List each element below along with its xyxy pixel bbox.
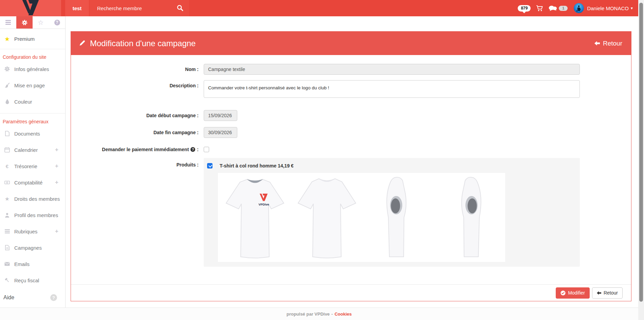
vpdive-logo-block[interactable]	[0, 0, 61, 16]
sidebar-item-label: Infos générales	[14, 66, 49, 72]
retour-button[interactable]: Retour	[592, 287, 623, 299]
member-search	[90, 0, 189, 16]
pencil-icon	[79, 39, 86, 48]
site-tab-test[interactable]: test	[65, 0, 89, 16]
sidebar-tab-bar: ☆ ?	[0, 16, 65, 29]
sidebar-item-tresorerie[interactable]: € Trésorerie +	[0, 158, 65, 174]
nom-label: Nom :	[71, 67, 204, 72]
top-bar: test 879	[0, 0, 638, 16]
tshirt-side-image	[452, 174, 487, 262]
nom-input[interactable]	[204, 64, 580, 75]
user-menu[interactable]: Daniele MONACO	[587, 5, 629, 11]
tab-help[interactable]: ?	[49, 16, 65, 29]
sidebar-item-infos-generales[interactable]: Infos générales	[0, 61, 65, 77]
campaign-form: Nom : Description : Commander votre t-sh…	[71, 55, 631, 284]
help-circle-icon: ?	[190, 147, 195, 152]
gear-icon	[22, 20, 27, 25]
question-icon: ?	[54, 20, 60, 25]
paintbrush-icon	[4, 83, 10, 88]
gear-icon	[4, 66, 10, 72]
footer-separator: -	[331, 312, 333, 317]
sidebar-item-rubriques[interactable]: Rubriques +	[0, 223, 65, 239]
modifier-button[interactable]: Modifier	[556, 287, 590, 299]
vertical-scrollbar	[638, 0, 644, 320]
sidebar-item-campagnes[interactable]: Campagnes	[0, 239, 65, 256]
search-icon[interactable]	[177, 4, 184, 13]
paiement-label-text: Demander le paiement immédiatement	[102, 147, 189, 152]
expand-plus-icon[interactable]: +	[55, 146, 58, 153]
help-icon[interactable]: ?	[50, 294, 57, 301]
produits-label: Produits :	[71, 158, 204, 168]
vpdive-logo-icon	[21, 0, 40, 17]
messages-count: 1	[562, 6, 564, 10]
chat-icon[interactable]	[549, 5, 557, 11]
sidebar-item-label: Documents	[14, 131, 40, 137]
product-logo-text: VPDive	[258, 203, 269, 206]
sidebar-item-label: Mise en page	[14, 83, 45, 88]
user-icon	[4, 213, 10, 218]
messages-count-badge[interactable]: 1	[559, 6, 568, 11]
star-icon: ★	[4, 196, 10, 202]
list-icon	[4, 229, 10, 233]
sidebar-item-aide[interactable]: Aide ?	[0, 290, 65, 305]
credits-badge[interactable]: 879	[518, 5, 531, 12]
page-footer: propulsé par VPDive - Cookies	[0, 307, 638, 320]
paiement-label: Demander le paiement immédiatement ? :	[71, 147, 204, 152]
document-icon	[4, 131, 10, 136]
sidebar-item-couleur[interactable]: Couleur	[0, 93, 65, 110]
description-label: Description :	[71, 80, 204, 89]
tshirt-side-image	[380, 174, 416, 262]
sidebar-item-recu-fiscal[interactable]: Reçu fiscal	[0, 272, 65, 288]
file-text-icon	[4, 245, 10, 250]
main-content: Modification d'une campagne Retour Nom :…	[66, 16, 638, 307]
sidebar-item-profil-des-membres[interactable]: Profil des membres	[0, 207, 65, 223]
sidebar: ☆ ? ★ Premium Configuration du site Info…	[0, 16, 66, 307]
description-textarea[interactable]: Commander votre t-shirt personnalisé ave…	[204, 80, 580, 98]
date-debut-label: Date début campagne :	[71, 113, 204, 118]
cart-icon[interactable]	[536, 5, 543, 12]
tab-settings[interactable]	[16, 16, 33, 29]
top-right-cluster: 879 1	[518, 0, 633, 16]
expand-plus-icon[interactable]: +	[55, 163, 58, 170]
sidebar-item-label: Couleur	[14, 99, 32, 105]
back-button-header[interactable]: Retour	[594, 40, 622, 47]
expand-plus-icon[interactable]: +	[55, 179, 58, 186]
sidebar-item-premium[interactable]: ★ Premium	[0, 29, 65, 49]
arrow-left-icon	[597, 291, 601, 295]
sidebar-item-label: Profil des membres	[14, 212, 58, 218]
euro-icon: €	[4, 163, 10, 169]
credits-count: 879	[521, 6, 528, 11]
sidebar-item-label: Emails	[14, 261, 30, 267]
section-title-parametres: Paramètres géneraux	[0, 113, 65, 125]
date-fin-input[interactable]	[204, 127, 237, 138]
sidebar-item-droits-des-membres[interactable]: ★ Droits des membres	[0, 191, 65, 207]
product-checkbox[interactable]	[207, 163, 213, 168]
droplet-icon	[4, 99, 10, 104]
product-box: T-shirt à col rond homme 14,19 €	[204, 158, 580, 267]
page-title: Modification d'une campagne	[90, 39, 196, 48]
arrow-left-icon	[594, 41, 600, 46]
campaign-edit-panel: Modification d'une campagne Retour Nom :…	[71, 31, 631, 301]
product-name: T-shirt à col rond homme 14,19 €	[220, 163, 294, 168]
tab-favorites[interactable]: ☆	[33, 16, 49, 29]
user-avatar[interactable]	[574, 3, 584, 13]
scrollbar-thumb[interactable]	[639, 3, 643, 302]
cookies-link[interactable]: Cookies	[334, 312, 352, 317]
date-debut-input[interactable]	[204, 110, 237, 121]
tab-menu[interactable]	[0, 16, 16, 29]
section-title-configuration: Configuration du site	[0, 49, 65, 61]
modifier-label: Modifier	[568, 290, 585, 296]
expand-plus-icon[interactable]: +	[55, 228, 58, 235]
sidebar-item-calendrier[interactable]: Calendrier +	[0, 142, 65, 158]
sidebar-item-emails[interactable]: Emails	[0, 256, 65, 272]
sidebar-item-label: Trésorerie	[14, 163, 37, 169]
sidebar-item-mise-en-page[interactable]: Mise en page	[0, 77, 65, 93]
back-label: Retour	[603, 40, 622, 47]
tshirt-front-image: VPDive	[220, 174, 290, 262]
sidebar-item-comptabilite[interactable]: Comptabilité +	[0, 174, 65, 191]
member-search-input[interactable]	[90, 0, 189, 16]
sidebar-item-documents[interactable]: Documents	[0, 125, 65, 142]
chevron-down-icon[interactable]: ▾	[631, 6, 633, 11]
tshirt-back-image	[292, 174, 362, 262]
paiement-checkbox[interactable]	[204, 147, 209, 152]
